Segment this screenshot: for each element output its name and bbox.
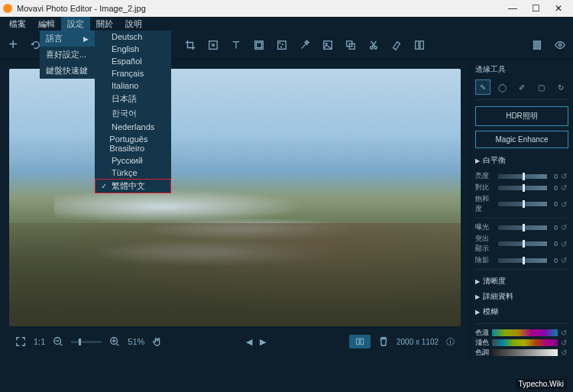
reset-icon[interactable]: ↺ (561, 183, 568, 192)
reset-icon[interactable]: ↺ (561, 256, 568, 264)
app-logo-icon (3, 4, 12, 13)
maximize-button[interactable]: ☐ (524, 3, 547, 14)
exposure-slider[interactable] (498, 225, 547, 230)
fullscreen-button[interactable] (15, 336, 26, 347)
magic-enhance-button[interactable]: Magic Enhance (475, 131, 568, 148)
reset-icon[interactable]: ↺ (561, 348, 568, 357)
image-icon[interactable] (321, 38, 335, 52)
lang-russian[interactable]: Русский (95, 154, 171, 167)
cut-icon[interactable] (367, 38, 380, 52)
menu-help[interactable]: 說明 (119, 17, 148, 31)
svg-point-7 (282, 44, 283, 44)
text-icon[interactable] (229, 38, 243, 52)
detail-header[interactable]: ▶詳細資料 (475, 289, 568, 304)
highlights-slider[interactable] (498, 241, 547, 246)
sharpness-header[interactable]: ▶清晰度 (475, 274, 568, 289)
delete-button[interactable] (378, 336, 389, 347)
svg-point-13 (371, 46, 374, 49)
highlights-label: 突出顯示 (475, 234, 495, 254)
reset-icon[interactable]: ↺ (561, 172, 568, 180)
tool-brush-icon[interactable]: ✎ (475, 79, 490, 95)
shadows-label: 陰影 (475, 255, 495, 265)
panel-title: 邊緣工具 (475, 64, 568, 75)
lang-deutsch[interactable]: Deutsch (95, 31, 171, 43)
contrast-slider[interactable] (498, 186, 547, 190)
lang-korean[interactable]: 한국어 (95, 106, 171, 121)
tool-crop-icon[interactable]: ▢ (534, 79, 549, 95)
titlebar: Movavi Photo Editor - Image_2.jpg — ☐ ✕ (0, 0, 573, 17)
reset-icon[interactable]: ↺ (561, 200, 568, 209)
svg-rect-17 (534, 40, 536, 49)
image-canvas[interactable] (9, 69, 461, 326)
lang-english[interactable]: English (95, 43, 171, 55)
svg-rect-16 (420, 40, 423, 49)
tool-eyedropper-icon[interactable]: ✐ (514, 79, 529, 95)
zoom-in-button[interactable] (109, 336, 120, 347)
compare-icon[interactable] (413, 38, 426, 52)
svg-rect-19 (539, 40, 541, 49)
menu-file[interactable]: 檔案 (3, 17, 32, 31)
menu-edit[interactable]: 編輯 (32, 17, 61, 31)
menubar: 檔案 編輯 設定 關於 說明 (0, 17, 573, 31)
menu-shortcuts[interactable]: 鍵盤快速鍵 (40, 63, 95, 79)
lang-italiano[interactable]: Italiano (95, 79, 171, 92)
hand-tool-icon[interactable] (152, 336, 163, 347)
frame-icon[interactable] (252, 38, 266, 52)
lang-espanol[interactable]: Español (95, 55, 171, 67)
lang-turkce[interactable]: Türkçe (95, 167, 171, 179)
zoom-percent: 51% (128, 337, 144, 346)
reset-icon[interactable]: ↺ (561, 223, 568, 232)
eraser-icon[interactable] (390, 38, 403, 52)
svg-rect-24 (361, 339, 364, 345)
svg-rect-18 (536, 40, 538, 49)
zoom-out-button[interactable] (53, 336, 63, 347)
zoom-slider[interactable] (79, 339, 81, 345)
menu-settings[interactable]: 設定 (61, 17, 90, 31)
lang-traditional-chinese[interactable]: ✓繁體中文 (95, 179, 171, 193)
reset-icon[interactable]: ↺ (561, 240, 568, 248)
lang-portugues[interactable]: Português Brasileiro (95, 133, 171, 154)
brightness-label: 亮度 (475, 171, 495, 181)
svg-point-6 (280, 42, 280, 43)
crop-icon[interactable] (183, 38, 197, 52)
tool-rotate-icon[interactable]: ↻ (553, 79, 568, 95)
canvas-area: 1:1 51% ◀ ▶ 2000 x 1102 ⓘ (0, 60, 470, 361)
adjust-panel-icon[interactable] (530, 38, 544, 52)
lang-japanese[interactable]: 日本語 (95, 92, 171, 106)
hue-slider[interactable] (492, 349, 558, 356)
statusbar: 1:1 51% ◀ ▶ 2000 x 1102 ⓘ (9, 331, 461, 352)
saturation-slider[interactable] (498, 202, 547, 206)
menu-preferences[interactable]: 喜好設定... (40, 47, 95, 63)
settings-dropdown: 語言▶ 喜好設定... 鍵盤快速鍵 (40, 31, 95, 79)
tool-lasso-icon[interactable]: ◯ (495, 79, 510, 95)
next-image-button[interactable]: ▶ (260, 337, 266, 347)
shadows-slider[interactable] (498, 258, 547, 263)
contrast-label: 對比 (475, 183, 495, 193)
hdr-button[interactable]: HDR照明 (475, 106, 568, 126)
tint-slider[interactable] (492, 339, 558, 346)
add-button[interactable]: + (6, 38, 20, 52)
lang-francais[interactable]: Français (95, 67, 171, 79)
compare-toggle[interactable] (349, 335, 371, 348)
blur-header[interactable]: ▶模糊 (475, 304, 568, 319)
noise-icon[interactable] (275, 38, 289, 52)
overlay-icon[interactable] (344, 38, 358, 52)
magic-wand-icon[interactable] (298, 38, 312, 52)
temp-slider[interactable] (492, 329, 558, 336)
white-balance-header[interactable]: ▶白平衡 (475, 153, 568, 168)
minimize-button[interactable]: — (501, 3, 524, 14)
reset-icon[interactable]: ↺ (561, 329, 568, 337)
prev-image-button[interactable]: ◀ (246, 337, 252, 347)
zoom-actual[interactable]: 1:1 (34, 337, 45, 346)
svg-rect-5 (278, 40, 286, 49)
brightness-slider[interactable] (498, 174, 547, 179)
watermark: Typecho.Wiki (516, 379, 567, 389)
close-button[interactable]: ✕ (547, 3, 570, 14)
menu-language[interactable]: 語言▶ (40, 31, 95, 47)
info-icon[interactable]: ⓘ (446, 336, 455, 348)
resize-icon[interactable] (206, 38, 220, 52)
eye-icon[interactable] (553, 38, 567, 52)
lang-nederlands[interactable]: Nederlands (95, 121, 171, 133)
menu-about[interactable]: 關於 (90, 17, 119, 31)
reset-icon[interactable]: ↺ (561, 339, 568, 347)
